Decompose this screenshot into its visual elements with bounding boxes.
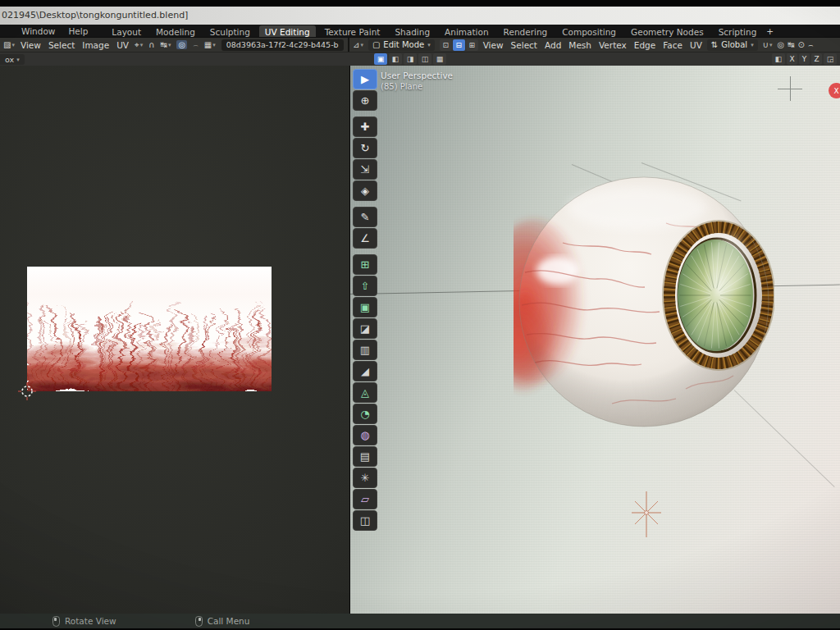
image-browse-button[interactable]: ▦ ▾ — [204, 40, 216, 49]
workspace-tab[interactable]: Animation — [439, 25, 495, 37]
uv-active-tool-dropdown[interactable]: ox ▾ — [0, 54, 25, 65]
proportional-editing-toggle[interactable]: ◎ — [777, 40, 784, 50]
mode-dropdown[interactable]: ▢ Edit Mode ▾ — [368, 39, 435, 51]
workspace-tab[interactable]: Modeling — [150, 25, 201, 37]
proportional-editing-toggle[interactable]: ◎ — [176, 40, 187, 49]
workspace-tab[interactable]: Scripting — [713, 25, 763, 37]
eyeball-render — [514, 174, 774, 433]
select-mode-difference[interactable]: ◫ — [418, 53, 431, 65]
rip-region-tool[interactable]: ◫ — [353, 510, 377, 531]
mirror-axis-x-button[interactable]: X — [787, 53, 797, 65]
workspace-tab[interactable]: Layout — [106, 25, 147, 37]
uv-texture-image[interactable] — [27, 267, 272, 391]
navigation-gizmo-x-axis[interactable]: X — [829, 83, 840, 98]
eyeball-mesh[interactable] — [514, 174, 774, 433]
measure-tool[interactable]: ∠ — [353, 228, 377, 249]
tool-icon: ◔ — [360, 409, 369, 419]
add-cube-tool[interactable]: ⊞ — [353, 254, 377, 275]
workspace-add-button[interactable]: + — [762, 25, 778, 37]
snap-target-dropdown[interactable]: ↹ ▾ — [161, 40, 171, 49]
chevron-down-icon: ▾ — [168, 42, 171, 48]
snap-toggle[interactable]: ∩ — [148, 40, 154, 49]
workspace-tab[interactable]: Shading — [389, 25, 436, 37]
viewport-menu-item[interactable]: Edge — [634, 40, 655, 50]
cursor-tool[interactable]: ⊕ — [353, 90, 377, 111]
poly-build-tool[interactable]: ◬ — [353, 382, 377, 403]
select-mode-set[interactable]: ▣ — [374, 53, 387, 65]
workspace-tab[interactable]: Sculpting — [204, 25, 256, 37]
viewport-menu-item[interactable]: UV — [690, 40, 702, 50]
snap-toggle[interactable]: ∪ ▾ — [763, 40, 773, 49]
monitor-screen: 021945\Desktop\tongkonguntitled.blend] W… — [0, 0, 840, 630]
viewport-menu-item[interactable]: Add — [545, 40, 561, 50]
orientation-dropdown[interactable]: ⇅ Global ▾ — [707, 39, 758, 51]
uv-menu-item[interactable]: UV — [116, 40, 129, 50]
uv-menu-item[interactable]: Select — [48, 40, 75, 50]
uv-menu-item[interactable]: View — [21, 40, 41, 50]
select-box-tool[interactable]: ▶ — [353, 69, 377, 89]
edge-slide-tool[interactable]: ▤ — [353, 446, 377, 467]
knife-tool[interactable]: ◢ — [353, 361, 377, 381]
workspace-tab[interactable]: Rendering — [498, 25, 554, 37]
viewport-canvas[interactable]: User Perspective (85) Plane ▶ ⊕ ✚ ↻ — [350, 66, 840, 614]
viewport-menu-item[interactable]: View — [483, 40, 504, 50]
viewport-editor-type-button[interactable]: ⊿ ▾ — [353, 40, 363, 49]
falloff-curve-dropdown[interactable]: ⌢ — [808, 40, 814, 50]
viewport-menu-item[interactable]: Select — [511, 40, 537, 50]
tool-icon: ⇧ — [361, 281, 370, 291]
uv-editor-canvas[interactable] — [0, 66, 349, 614]
image-name-field[interactable]: 08d3963a-17f2-4c29-b445-b — [221, 39, 344, 51]
face-select-button[interactable]: ⊞ — [466, 39, 478, 51]
proportional-editing-icon: ◎ — [178, 40, 185, 49]
workspace-tab[interactable]: Compositing — [556, 25, 622, 37]
scale-tool[interactable]: ⇲ — [353, 159, 377, 180]
topbar-menu-item[interactable]: Help — [68, 26, 88, 36]
mirror-axis-z-button[interactable]: Z — [811, 53, 822, 65]
viewport-header: ⊿ ▾ ▢ Edit Mode ▾ ⊡⊟⊞ ViewSelectAddMeshV… — [349, 38, 840, 52]
tool-icon: ◬ — [361, 387, 369, 398]
viewport-menu-item[interactable]: Vertex — [599, 40, 627, 50]
shear-tool[interactable]: ▱ — [353, 489, 377, 509]
empty-object-axes[interactable] — [628, 490, 664, 539]
falloff-dropdown[interactable]: ⌢ — [193, 40, 199, 50]
editor-headers: ▨ ▾ ViewSelectImageUV ⌖ ▾ ∩ ↹ ▾ ◎ ⌢ — [0, 37, 840, 52]
select-mode-intersect[interactable]: ▦ — [433, 53, 446, 65]
snap-target-dropdown[interactable]: ↹ — [788, 40, 794, 50]
workspace-tab[interactable]: Geometry Nodes — [625, 25, 710, 37]
bevel-tool[interactable]: ◪ — [353, 318, 377, 339]
shrink-fatten-tool[interactable]: ✳ — [353, 468, 377, 488]
tool-options-icon[interactable]: ◲ — [824, 53, 837, 65]
tool-icon: ⊕ — [361, 95, 370, 106]
uv-menu-item[interactable]: Image — [82, 40, 109, 50]
rotate-tool[interactable]: ↻ — [353, 138, 377, 158]
smooth-tool[interactable]: ◍ — [353, 425, 377, 445]
workspace-tab[interactable]: UV Editing — [259, 25, 316, 37]
blood-vessel-texture — [27, 267, 272, 391]
tool-icon: ⇲ — [361, 164, 370, 175]
tool-icon: ◈ — [361, 185, 369, 196]
uv-2d-cursor[interactable] — [18, 382, 36, 400]
select-mode-extend[interactable]: ◧ — [389, 53, 402, 65]
transform-tool[interactable]: ◈ — [353, 180, 377, 201]
title-bar: 021945\Desktop\tongkonguntitled.blend] — [0, 7, 840, 25]
move-tool[interactable]: ✚ — [353, 116, 377, 137]
proportional-projected-toggle[interactable]: ⊙ — [798, 40, 805, 50]
viewport-menu-item[interactable]: Mesh — [568, 40, 591, 50]
select-mode-subtract[interactable]: ◨ — [404, 53, 417, 65]
mirror-axis-y-button[interactable]: Y — [799, 53, 810, 65]
topbar-menu-item[interactable]: Window — [21, 26, 55, 36]
vertex-select-button[interactable]: ⊡ — [440, 39, 452, 51]
workspace-tab[interactable]: Texture Paint — [319, 25, 386, 37]
viewport-menu-item[interactable]: Face — [663, 40, 682, 50]
mirror-icon[interactable]: ◧ — [772, 53, 785, 65]
tool-icon: ↻ — [361, 143, 370, 153]
extrude-region-tool[interactable]: ⇧ — [353, 276, 377, 296]
inset-faces-tool[interactable]: ▣ — [353, 297, 377, 317]
pivot-dropdown[interactable]: ⌖ ▾ — [135, 40, 143, 50]
loop-cut-tool[interactable]: ▥ — [353, 340, 377, 360]
uv-editor-type-button[interactable]: ▨ ▾ — [3, 40, 15, 49]
annotate-tool[interactable]: ✎ — [353, 207, 377, 227]
spin-tool[interactable]: ◔ — [353, 404, 377, 424]
view-name-text: User Perspective — [381, 70, 453, 81]
edge-select-button[interactable]: ⊟ — [453, 39, 465, 51]
